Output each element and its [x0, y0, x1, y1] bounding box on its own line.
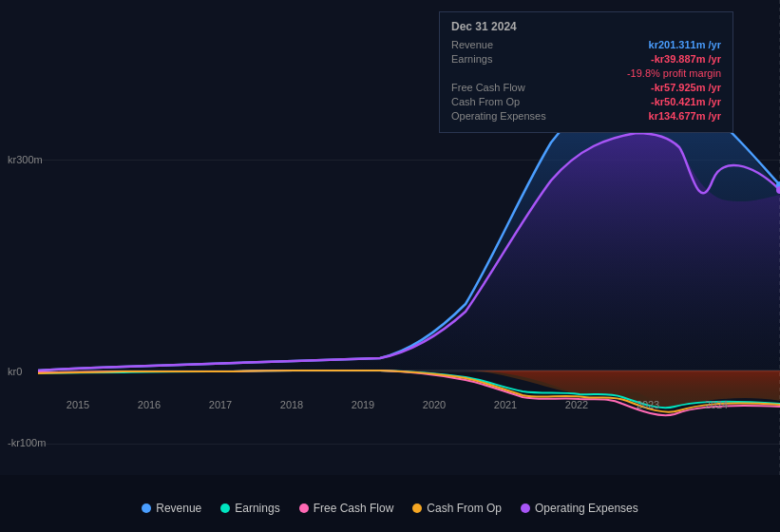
x-label-2017: 2017 — [209, 399, 232, 410]
x-label-2015: 2015 — [67, 399, 89, 410]
tooltip-row-fcf: Free Cash Flow -kr57.925m /yr — [451, 82, 721, 93]
x-label-2020: 2020 — [423, 399, 446, 410]
legend-label-cashfromop: Cash From Op — [427, 502, 502, 515]
tooltip-row-revenue: Revenue kr201.311m /yr — [451, 39, 721, 50]
legend-label-earnings: Earnings — [235, 502, 279, 515]
chart-area: kr300m kr0 -kr100m — [0, 0, 780, 475]
tooltip-row-cashfromop: Cash From Op -kr50.421m /yr — [451, 96, 721, 107]
tooltip-label-earnings: Earnings — [451, 53, 492, 65]
x-label-2021: 2021 — [494, 399, 517, 410]
legend-label-revenue: Revenue — [156, 502, 201, 515]
profit-margin-row: -19.8% profit margin — [451, 67, 721, 79]
legend-item-cashfromop[interactable]: Cash From Op — [412, 502, 502, 515]
x-label-2019: 2019 — [352, 399, 374, 410]
tooltip-value-opex: kr134.677m /yr — [649, 110, 721, 122]
tooltip-label-revenue: Revenue — [451, 39, 493, 50]
tooltip-label-cashfromop: Cash From Op — [451, 96, 520, 107]
legend-item-fcf[interactable]: Free Cash Flow — [299, 502, 394, 515]
legend-label-fcf: Free Cash Flow — [314, 502, 394, 515]
x-label-2023: 2023 — [637, 399, 659, 410]
tooltip-title: Dec 31 2024 — [451, 20, 721, 33]
legend-item-earnings[interactable]: Earnings — [220, 502, 279, 515]
x-label-2024: 2024 — [705, 399, 728, 410]
tooltip-value-fcf: -kr57.925m /yr — [651, 82, 721, 93]
legend-dot-opex — [521, 504, 530, 513]
tooltip-value-cashfromop: -kr50.421m /yr — [651, 96, 721, 107]
legend-label-opex: Operating Expenses — [535, 502, 638, 515]
legend-dot-cashfromop — [412, 504, 422, 513]
legend-item-opex[interactable]: Operating Expenses — [521, 502, 638, 515]
tooltip-value-earnings: -kr39.887m /yr — [651, 53, 721, 65]
tooltip-label-opex: Operating Expenses — [451, 110, 546, 122]
profit-margin-badge: -19.8% profit margin — [627, 67, 721, 79]
tooltip-row-opex: Operating Expenses kr134.677m /yr — [451, 110, 721, 122]
tooltip-value-revenue: kr201.311m /yr — [649, 39, 721, 50]
tooltip-label-fcf: Free Cash Flow — [451, 82, 525, 93]
tooltip-box: Dec 31 2024 Revenue kr201.311m /yr Earni… — [439, 11, 733, 133]
legend-dot-fcf — [299, 504, 309, 513]
x-label-2016: 2016 — [138, 399, 161, 410]
tooltip-row-earnings: Earnings -kr39.887m /yr — [451, 53, 721, 65]
x-label-2018: 2018 — [280, 399, 303, 410]
legend-dot-revenue — [142, 504, 151, 513]
legend-item-revenue[interactable]: Revenue — [142, 502, 201, 515]
x-label-2022: 2022 — [565, 399, 588, 410]
legend-dot-earnings — [220, 504, 230, 513]
y-label-0: kr0 — [8, 366, 22, 377]
legend: Revenue Earnings Free Cash Flow Cash Fro… — [0, 494, 780, 522]
